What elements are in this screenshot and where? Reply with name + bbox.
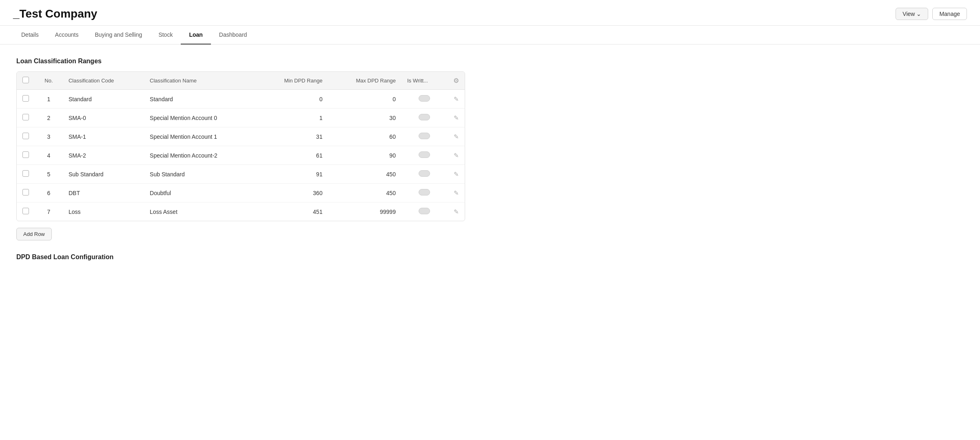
company-title: _Test Company [13, 7, 97, 20]
row-max-dpd: 60 [328, 127, 401, 146]
row-no: 7 [35, 202, 63, 221]
row-edit-cell: ✎ [448, 109, 465, 127]
row-min-dpd: 360 [257, 184, 328, 202]
row-toggle-cell [401, 202, 448, 221]
row-edit-cell: ✎ [448, 146, 465, 165]
row-checkbox[interactable] [22, 208, 29, 214]
row-toggle[interactable] [419, 170, 430, 177]
row-min-dpd: 451 [257, 202, 328, 221]
tab-loan[interactable]: Loan [181, 26, 211, 44]
row-code: SMA-1 [63, 127, 144, 146]
row-checkbox-cell [17, 202, 35, 221]
row-edit-icon[interactable]: ✎ [454, 189, 459, 196]
row-code: Loss [63, 202, 144, 221]
next-section-title: DPD Based Loan Configuration [16, 253, 964, 261]
tab-buying-and-selling[interactable]: Buying and Selling [86, 26, 150, 44]
row-code: SMA-2 [63, 146, 144, 165]
add-row-button[interactable]: Add Row [16, 228, 52, 240]
row-max-dpd: 99999 [328, 202, 401, 221]
row-checkbox[interactable] [22, 151, 29, 158]
row-edit-cell: ✎ [448, 127, 465, 146]
manage-button[interactable]: Manage [932, 8, 967, 20]
tab-details[interactable]: Details [13, 26, 47, 44]
row-max-dpd: 30 [328, 109, 401, 127]
row-min-dpd: 31 [257, 127, 328, 146]
view-button-label: View [902, 11, 915, 17]
row-code: SMA-0 [63, 109, 144, 127]
th-min-dpd: Min DPD Range [257, 72, 328, 90]
row-min-dpd: 91 [257, 165, 328, 184]
row-name: Loss Asset [144, 202, 257, 221]
th-classification-code: Classification Code [63, 72, 144, 90]
select-all-checkbox[interactable] [22, 77, 29, 83]
table-row: 2 SMA-0 Special Mention Account 0 1 30 ✎ [17, 109, 465, 127]
row-checkbox[interactable] [22, 114, 29, 120]
row-checkbox-cell [17, 146, 35, 165]
tab-dashboard[interactable]: Dashboard [211, 26, 255, 44]
loan-classification-table: No. Classification Code Classification N… [16, 71, 465, 221]
row-no: 3 [35, 127, 63, 146]
row-toggle-cell [401, 127, 448, 146]
tab-stock[interactable]: Stock [150, 26, 181, 44]
th-gear: ⚙ [448, 72, 465, 90]
row-code: DBT [63, 184, 144, 202]
row-edit-icon[interactable]: ✎ [454, 171, 459, 178]
row-no: 1 [35, 90, 63, 109]
row-edit-icon[interactable]: ✎ [454, 114, 459, 121]
manage-button-label: Manage [939, 11, 960, 17]
row-no: 6 [35, 184, 63, 202]
row-checkbox[interactable] [22, 133, 29, 139]
th-is-written: Is Writt... [401, 72, 448, 90]
row-toggle[interactable] [419, 95, 430, 102]
row-max-dpd: 90 [328, 146, 401, 165]
row-toggle[interactable] [419, 208, 430, 214]
row-edit-cell: ✎ [448, 202, 465, 221]
row-checkbox[interactable] [22, 170, 29, 177]
row-max-dpd: 450 [328, 165, 401, 184]
row-edit-cell: ✎ [448, 184, 465, 202]
table-row: 4 SMA-2 Special Mention Account-2 61 90 … [17, 146, 465, 165]
row-min-dpd: 61 [257, 146, 328, 165]
row-toggle[interactable] [419, 151, 430, 158]
row-edit-icon[interactable]: ✎ [454, 152, 459, 159]
row-edit-icon[interactable]: ✎ [454, 133, 459, 140]
section-title: Loan Classification Ranges [16, 58, 964, 65]
row-edit-cell: ✎ [448, 90, 465, 109]
th-checkbox [17, 72, 35, 90]
row-no: 4 [35, 146, 63, 165]
row-max-dpd: 0 [328, 90, 401, 109]
table-row: 6 DBT Doubtful 360 450 ✎ [17, 184, 465, 202]
header: _Test Company View ⌄ Manage [0, 0, 980, 26]
gear-icon[interactable]: ⚙ [453, 77, 459, 84]
row-no: 2 [35, 109, 63, 127]
row-edit-cell: ✎ [448, 165, 465, 184]
row-toggle[interactable] [419, 133, 430, 139]
view-chevron-icon: ⌄ [916, 11, 921, 17]
th-classification-name: Classification Name [144, 72, 257, 90]
row-edit-icon[interactable]: ✎ [454, 96, 459, 102]
row-name: Doubtful [144, 184, 257, 202]
row-code: Standard [63, 90, 144, 109]
row-name: Special Mention Account 1 [144, 127, 257, 146]
row-toggle-cell [401, 90, 448, 109]
row-checkbox-cell [17, 184, 35, 202]
row-checkbox[interactable] [22, 189, 29, 196]
row-toggle[interactable] [419, 189, 430, 196]
row-toggle[interactable] [419, 114, 430, 120]
row-toggle-cell [401, 146, 448, 165]
row-name: Sub Standard [144, 165, 257, 184]
row-checkbox-cell [17, 127, 35, 146]
row-max-dpd: 450 [328, 184, 401, 202]
row-name: Special Mention Account 0 [144, 109, 257, 127]
row-no: 5 [35, 165, 63, 184]
table-row: 5 Sub Standard Sub Standard 91 450 ✎ [17, 165, 465, 184]
table-row: 1 Standard Standard 0 0 ✎ [17, 90, 465, 109]
row-min-dpd: 0 [257, 90, 328, 109]
view-button[interactable]: View ⌄ [896, 8, 928, 20]
nav-tabs: Details Accounts Buying and Selling Stoc… [0, 26, 980, 44]
row-code: Sub Standard [63, 165, 144, 184]
tab-accounts[interactable]: Accounts [47, 26, 87, 44]
row-name: Special Mention Account-2 [144, 146, 257, 165]
row-edit-icon[interactable]: ✎ [454, 208, 459, 215]
row-checkbox[interactable] [22, 95, 29, 102]
